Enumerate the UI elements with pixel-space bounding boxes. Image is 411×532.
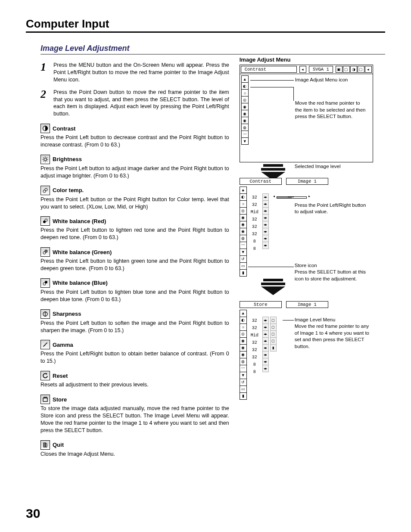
wb-red-icon: ◉ (240, 337, 247, 345)
wb-blue-icon: ◉ (240, 351, 247, 358)
adjust-arrows-icon: ◂▸ (262, 207, 269, 215)
item-body: Press the Point Left button to adjust im… (40, 165, 229, 180)
item-quit: Quit Closes the Image Adjust Menu. (40, 440, 229, 458)
wb-blue-icon: ◉ (240, 228, 247, 235)
item-brightness: Brightness Press the Point Left button t… (40, 155, 229, 180)
osd-menu-1: Contrast ◂ SVGA 1 ▣ ▢ ◑ ▢ ◂ ▲ ◐ ☼ (240, 65, 373, 162)
svg-line-7 (47, 161, 47, 161)
adjust-arrows-icon: ◂▸ (262, 228, 269, 235)
step-1: 1 Press the MENU button and the On-Scree… (40, 62, 229, 84)
osd3-icon-col: ▲ ◐ ☼ ◎ ◉ ◉ ◉ ◍ 〰 ▼ ↺ ▭ ▮ (240, 310, 247, 399)
svg-point-13 (45, 219, 47, 221)
sharpness-icon: ◍ (240, 358, 247, 365)
callout-icon-label: Image Adjust Menu icon (295, 77, 348, 84)
item-title: Store (53, 396, 67, 403)
svg-point-1 (44, 158, 47, 161)
adjust-arrows-icon: ◂▸ (262, 344, 269, 352)
wb-blue-icon: ◉ (241, 117, 249, 124)
callout-imglvl-title: Image Level Menu (295, 317, 372, 324)
item-store: Store To store the image data adjusted m… (40, 395, 229, 434)
osd2-values: 32 32 Mid 32 32 32 8 8 (247, 187, 262, 276)
step-text: Press the MENU button and the On-Screen … (53, 62, 229, 84)
adjust-arrows-icon: ◂▸ (262, 324, 269, 331)
contrast-icon (40, 124, 50, 133)
gamma-icon (40, 340, 50, 349)
image-level-slot: ▢ (270, 317, 277, 324)
gamma-icon: 〰 (241, 131, 249, 138)
right-column: Image Adjust Menu Contrast ◂ SVGA 1 ▣ ▢ … (240, 56, 385, 457)
wb-red-icon: ◉ (240, 214, 247, 221)
item-title: White balance (Green) (53, 249, 112, 255)
contrast-icon: ◐ (240, 317, 247, 324)
val-wb-g: 32 (247, 346, 262, 354)
wb-red-icon (40, 216, 50, 226)
item-title: Color temp. (53, 187, 84, 193)
contrast-icon: ◐ (240, 193, 247, 201)
osd3-values: 32 32 Mid 32 32 32 8 8 (247, 310, 262, 399)
wb-green-icon: ◉ (240, 221, 247, 228)
osd-top-icon: ▣ (336, 66, 342, 73)
osd2-adj-col: ◂▸ ◂▸ ◂▸ ◂▸ ◂▸ ◂▸ ◂▸ ◂▸ (262, 187, 269, 276)
image-level-quit-icon: ▮ (270, 344, 277, 352)
osd-nav-icon: ◂ (299, 66, 306, 73)
reset-icon (40, 371, 50, 380)
adjust-arrows-icon: ◂▸ (262, 337, 269, 345)
adjust-arrows-icon: ◂▸ (262, 242, 269, 249)
adjust-arrows-icon: ◂▸ (262, 193, 269, 201)
image-level-slot: ▢ (270, 337, 277, 345)
svg-rect-20 (43, 398, 47, 401)
osd2-right-label: Image 1 (286, 178, 328, 185)
store-icon (40, 395, 50, 404)
quit-icon (40, 440, 50, 450)
up-arrow-icon: ▲ (240, 187, 247, 194)
item-body: Press the Point Left/Right button to obt… (40, 350, 229, 365)
item-reset: Reset Resets all adjustment to their pre… (40, 371, 229, 389)
val-colortemp: Mid (247, 332, 262, 339)
osd-top-icon: ▢ (358, 66, 364, 73)
brightness-icon: ☼ (240, 200, 247, 208)
up-arrow-icon: ▲ (241, 75, 249, 83)
wb-green-icon (40, 247, 50, 257)
brightness-icon: ☼ (241, 89, 249, 96)
step-2: 2 Press the Point Down button to move th… (40, 89, 229, 118)
val-brightness: 32 (247, 201, 262, 208)
adjust-arrows-icon: ◂▸ (262, 330, 269, 338)
item-title: White balance (Blue) (53, 280, 108, 286)
colortemp-icon: ◎ (240, 330, 247, 338)
contrast-icon: ◐ (241, 82, 249, 90)
image-level-slot: ▢ (270, 324, 277, 331)
adjust-arrows-icon: ◂▸ (262, 200, 269, 208)
brightness-icon: ☼ (240, 324, 247, 331)
item-title: Reset (53, 373, 68, 379)
item-body: Press the Point Left button to lighten b… (40, 289, 229, 303)
wb-green-icon: ◉ (241, 110, 249, 117)
step-number: 1 (40, 62, 49, 84)
osd2-left-label: Contrast (240, 178, 282, 185)
transition-arrow (260, 279, 286, 295)
adjust-arrows-icon: ◂▸ (262, 235, 269, 242)
gamma-icon: 〰 (240, 365, 247, 372)
item-title: Quit (53, 442, 64, 448)
item-wb-red: White balance (Red) Press the Point Left… (40, 216, 229, 241)
colortemp-icon (40, 186, 50, 195)
reset-icon: ↺ (240, 379, 247, 386)
osd3-adj-col: ◂▸ ◂▸ ◂▸ ◂▸ ◂▸ ◂▸ ◂▸ ◂▸ (262, 310, 269, 399)
left-column: 1 Press the MENU button and the On-Scree… (40, 56, 229, 457)
val-gamma: 8 (247, 368, 262, 376)
osd3-left-label: Store (240, 301, 282, 308)
callout-imglvl-body: Move the red frame pointer to any of Ima… (295, 323, 372, 350)
val-colortemp: Mid (247, 208, 262, 216)
adjust-arrows-icon: ◂▸ (262, 214, 269, 221)
reset-icon: ↺ (240, 255, 247, 263)
osd-top-icon: ◂ (365, 66, 372, 73)
callout-store-body: Press the SELECT button at this icon to … (295, 269, 370, 282)
wb-blue-icon (40, 278, 50, 288)
store-icon: ▭ (240, 386, 247, 393)
svg-line-9 (43, 161, 44, 161)
item-contrast: Contrast Press the Point Left button to … (40, 124, 229, 149)
right-heading: Image Adjust Menu (240, 56, 385, 63)
item-title: White balance (Red) (53, 218, 106, 224)
up-arrow-icon: ▲ (240, 310, 247, 317)
page-number: 30 (26, 506, 40, 521)
down-arrow-icon: ▼ (241, 137, 249, 145)
